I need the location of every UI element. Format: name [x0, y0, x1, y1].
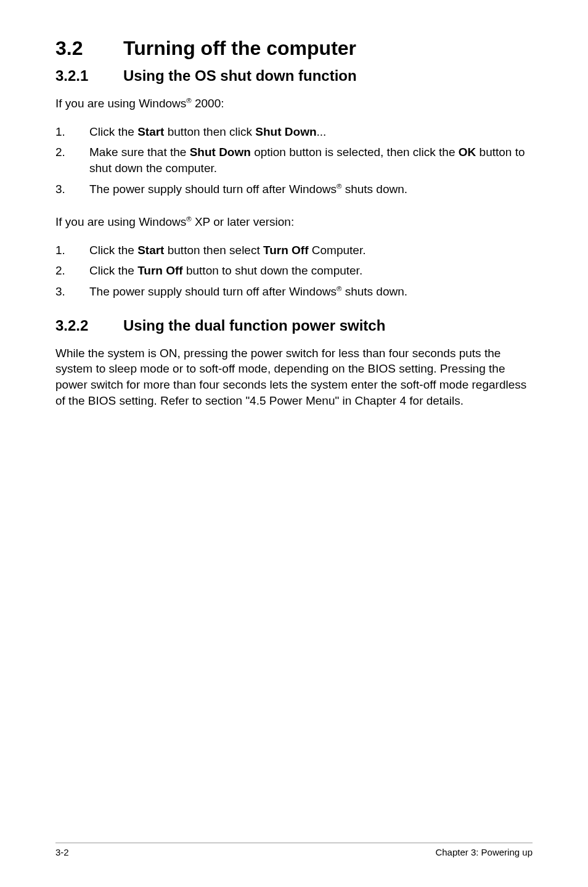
- subsection-number: 3.2.1: [55, 67, 123, 85]
- page-title: 3.2Turning off the computer: [55, 37, 533, 60]
- list-item: Click the Start button then select Turn …: [55, 242, 533, 258]
- step-text: shuts down.: [341, 285, 407, 298]
- step-bold: OK: [459, 146, 476, 159]
- subsection-title: Using the OS shut down function: [123, 67, 357, 84]
- step-text: button then click: [164, 125, 255, 138]
- intro-text: If you are using Windows: [55, 97, 186, 110]
- step-text: ...: [317, 125, 327, 138]
- step-bold: Start: [137, 244, 164, 257]
- step-text: button to shut down the computer.: [183, 264, 363, 277]
- intro-windows-2000: If you are using Windows® 2000:: [55, 96, 533, 112]
- subsection-321-heading: 3.2.1Using the OS shut down function: [55, 67, 533, 85]
- steps-windows-xp: Click the Start button then select Turn …: [55, 242, 533, 300]
- section-title: Turning off the computer: [123, 37, 356, 59]
- intro-text: XP or later version:: [192, 215, 295, 228]
- step-text: Click the: [89, 244, 137, 257]
- step-text: Computer.: [309, 244, 366, 257]
- list-item: The power supply should turn off after W…: [55, 284, 533, 300]
- registered-icon: ®: [186, 97, 191, 104]
- step-bold: Shut Down: [255, 125, 316, 138]
- intro-text: 2000:: [192, 97, 224, 110]
- step-bold: Turn Off: [137, 264, 183, 277]
- step-bold: Turn Off: [263, 244, 309, 257]
- intro-windows-xp: If you are using Windows® XP or later ve…: [55, 214, 533, 230]
- section-number: 3.2: [55, 37, 123, 60]
- step-text: Make sure that the: [89, 146, 190, 159]
- step-text: Click the: [89, 125, 137, 138]
- list-item: The power supply should turn off after W…: [55, 181, 533, 197]
- step-text: option button is selected, then click th…: [251, 146, 459, 159]
- intro-text: If you are using Windows: [55, 215, 186, 228]
- list-item: Click the Turn Off button to shut down t…: [55, 263, 533, 279]
- step-text: Click the: [89, 264, 137, 277]
- page-footer: 3-2 Chapter 3: Powering up: [55, 843, 533, 857]
- registered-icon: ®: [186, 215, 191, 223]
- subsection-title: Using the dual function power switch: [123, 317, 385, 334]
- subsection-number: 3.2.2: [55, 317, 123, 334]
- step-bold: Shut Down: [190, 146, 251, 159]
- step-bold: Start: [137, 125, 164, 138]
- page-number: 3-2: [55, 847, 69, 857]
- chapter-label: Chapter 3: Powering up: [435, 847, 533, 857]
- list-item: Click the Start button then click Shut D…: [55, 124, 533, 140]
- steps-windows-2000: Click the Start button then click Shut D…: [55, 124, 533, 197]
- section-322-paragraph: While the system is ON, pressing the pow…: [55, 345, 533, 409]
- subsection-322-heading: 3.2.2Using the dual function power switc…: [55, 317, 533, 334]
- step-text: The power supply should turn off after W…: [89, 285, 337, 298]
- step-text: The power supply should turn off after W…: [89, 183, 337, 196]
- list-item: Make sure that the Shut Down option butt…: [55, 144, 533, 176]
- step-text: button then select: [164, 244, 263, 257]
- step-text: shuts down.: [341, 183, 407, 196]
